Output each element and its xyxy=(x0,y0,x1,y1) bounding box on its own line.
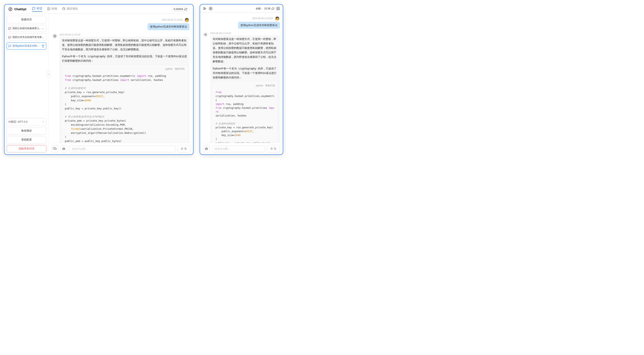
inline-code: cryptography xyxy=(238,67,257,70)
message-meta: 2023-05-09 11:23:20 xyxy=(210,32,280,34)
openai-logo-icon xyxy=(208,6,213,10)
menu-icon[interactable] xyxy=(203,7,206,10)
sidebar: 新建对话 我想让你担任歌曲推荐人。我将为... 我想让你充当前端开发专家。我将.… xyxy=(4,14,48,154)
svg-point-18 xyxy=(207,149,207,149)
svg-point-6 xyxy=(64,149,64,149)
new-chat-button[interactable]: 新建对话 xyxy=(6,16,46,23)
chat-area-mobile: 2023-05-09 11:22:59 🧑 使用python完成非对称加密算法 … xyxy=(200,13,283,154)
ai-avatar xyxy=(52,34,58,39)
robot-icon xyxy=(204,147,208,150)
code-block: python 复制代码 from cryptography.hazmat.pri… xyxy=(62,66,187,143)
openai-icon xyxy=(53,34,57,38)
code-body: from cryptography.hazmat.primitives.asym… xyxy=(213,89,278,143)
chat-bubble-icon xyxy=(8,36,11,39)
input-bar: 发 送 xyxy=(48,143,193,154)
robot-button[interactable] xyxy=(60,145,67,152)
balance-display: 余额： 10.36 xyxy=(256,7,274,10)
sidebar-bottom: AI模型: GPT-3.5 角色预设 系统配置 清除所有对话 xyxy=(6,118,46,152)
chat-scroll-mobile[interactable]: 2023-05-09 11:22:59 🧑 使用python完成非对称加密算法 … xyxy=(200,13,283,143)
sidebar-collapse-handle[interactable]: < xyxy=(47,71,50,78)
svg-rect-14 xyxy=(277,9,278,10)
desktop-app-window: ChatGpt 对话 绘画 项目地址 5.00004 新建对话 xyxy=(4,4,194,155)
chat-bubble-icon xyxy=(8,27,11,30)
message-meta: 2023-05-09 11:23:20 xyxy=(60,34,190,36)
svg-rect-12 xyxy=(278,7,280,8)
message-user: 2023-05-09 11:22:59 🧑 使用python完成非对称加密算法 xyxy=(203,16,280,29)
ai-content: 2023-05-09 11:23:20 非对称加密算法是一种加密方式，它使用一对… xyxy=(60,34,190,143)
input-bar-mobile: 发 送 xyxy=(200,143,283,154)
nav-tabs: 对话 绘画 项目地址 xyxy=(32,7,78,12)
role-preset-button[interactable]: 角色预设 xyxy=(6,127,46,134)
mobile-app-window: 余额： 10.36 2023-05-09 11:22:59 🧑 使用python… xyxy=(200,4,283,155)
chat-icon xyxy=(32,7,35,10)
trash-icon[interactable] xyxy=(42,44,44,48)
svg-rect-13 xyxy=(278,9,280,10)
chat-input[interactable] xyxy=(69,146,175,152)
svg-rect-11 xyxy=(277,7,278,8)
svg-point-2 xyxy=(48,8,48,8)
inline-code: cryptography xyxy=(87,55,106,58)
message-bubble-ai: 非对称加密算法是一种加密方式，它使用一对密钥，即公钥和私钥，其中公钥可以公开，私… xyxy=(60,37,190,143)
message-meta: 2023-05-09 11:22:59 🧑 xyxy=(252,16,280,21)
image-icon xyxy=(47,7,50,10)
grid-icon[interactable] xyxy=(276,7,280,10)
message-meta: 2023-05-09 11:22:59 🧑 xyxy=(162,17,190,22)
user-avatar: 🧑 xyxy=(275,16,280,21)
ai-content: 2023-05-09 11:23:20 非对称加密算法是一种加密方式，它使用一对… xyxy=(210,32,280,143)
tab-repo[interactable]: 项目地址 xyxy=(62,7,78,12)
code-body: from cryptography.hazmat.primitives.asym… xyxy=(62,72,187,143)
openai-icon xyxy=(204,33,207,36)
message-ai: 2023-05-09 11:23:20 非对称加密算法是一种加密方式，它使用一对… xyxy=(203,32,280,143)
chat-area: 2023-05-09 11:22:59 🧑 使用python完成非对称加密算法 … xyxy=(48,14,193,154)
chat-bubble-icon xyxy=(8,44,11,48)
tab-draw[interactable]: 绘画 xyxy=(47,7,57,12)
refresh-icon xyxy=(184,8,187,10)
conversation-item-active[interactable]: 使用python完成非对称加密算法 xyxy=(6,42,46,50)
body-main: 新建对话 我想让你担任歌曲推荐人。我将为... 我想让你充当前端开发专家。我将.… xyxy=(4,14,193,154)
openai-logo-icon xyxy=(8,7,13,12)
send-button[interactable]: 发 送 xyxy=(177,145,190,152)
code-header: python 复制代码 xyxy=(213,82,278,89)
send-button-mobile[interactable]: 发 送 xyxy=(267,145,280,152)
balance-chip[interactable]: 5.00004 xyxy=(171,6,190,12)
message-bubble-ai: 非对称加密算法是一种加密方式，它使用一对密钥，即公钥和私钥，其中公钥可以公开，私… xyxy=(210,35,280,143)
robot-icon xyxy=(62,147,66,150)
cloud-upload-icon xyxy=(53,147,57,150)
clear-all-button[interactable]: 清除所有对话 xyxy=(6,145,46,152)
message-bubble-user: 使用python完成非对称加密算法 xyxy=(238,22,280,29)
system-config-button[interactable]: 系统配置 xyxy=(6,136,46,144)
code-lang: python xyxy=(256,84,263,88)
ai-paragraph: Python中有一个名为 cryptography 的库，它提供了非对称加密算法… xyxy=(213,66,278,80)
conversation-item[interactable]: 我想让你充当前端开发专家。我将... xyxy=(6,34,46,41)
model-selector[interactable]: AI模型: GPT-3.5 xyxy=(6,118,46,126)
ai-paragraph: Python中有一个名为 cryptography 的库，它提供了非对称加密算法… xyxy=(62,54,187,63)
chevron-down-icon xyxy=(42,120,44,123)
copy-code-button[interactable]: 复制代码 xyxy=(175,67,184,71)
copy-code-button[interactable]: 复制代码 xyxy=(265,84,275,88)
ai-avatar xyxy=(203,32,208,37)
refresh-icon[interactable] xyxy=(272,7,274,10)
github-icon xyxy=(62,7,66,10)
upload-button[interactable] xyxy=(51,145,58,152)
header-compact: 余额： 10.36 xyxy=(200,4,283,13)
message-ai: 2023-05-09 11:23:20 非对称加密算法是一种加密方式，它使用一对… xyxy=(52,34,190,143)
svg-point-5 xyxy=(63,149,64,149)
user-avatar: 🧑 xyxy=(184,17,190,22)
chat-input-mobile[interactable] xyxy=(212,146,265,152)
ai-paragraph: 非对称加密算法是一种加密方式，它使用一对密钥，即公钥和私钥，其中公钥可以公开，私… xyxy=(213,37,278,64)
conversation-item[interactable]: 我想让你担任歌曲推荐人。我将为... xyxy=(6,25,46,32)
message-user: 2023-05-09 11:22:59 🧑 使用python完成非对称加密算法 xyxy=(52,17,190,30)
chat-scroll[interactable]: 2023-05-09 11:22:59 🧑 使用python完成非对称加密算法 … xyxy=(48,14,193,143)
code-block: python 复制代码 from cryptography.hazmat.pri… xyxy=(213,82,278,143)
code-lang: python xyxy=(166,67,173,71)
code-header: python 复制代码 xyxy=(62,66,187,72)
ai-paragraph: 非对称加密算法是一种加密方式，它使用一对密钥，即公钥和私钥，其中公钥可以公开，私… xyxy=(62,38,187,52)
message-bubble-user: 使用python完成非对称加密算法 xyxy=(148,23,190,30)
header: ChatGpt 对话 绘画 项目地址 5.00004 xyxy=(4,4,193,14)
robot-button[interactable] xyxy=(203,145,210,152)
app-title: ChatGpt xyxy=(14,7,26,11)
svg-point-17 xyxy=(206,149,206,149)
tab-chat[interactable]: 对话 xyxy=(32,7,42,12)
